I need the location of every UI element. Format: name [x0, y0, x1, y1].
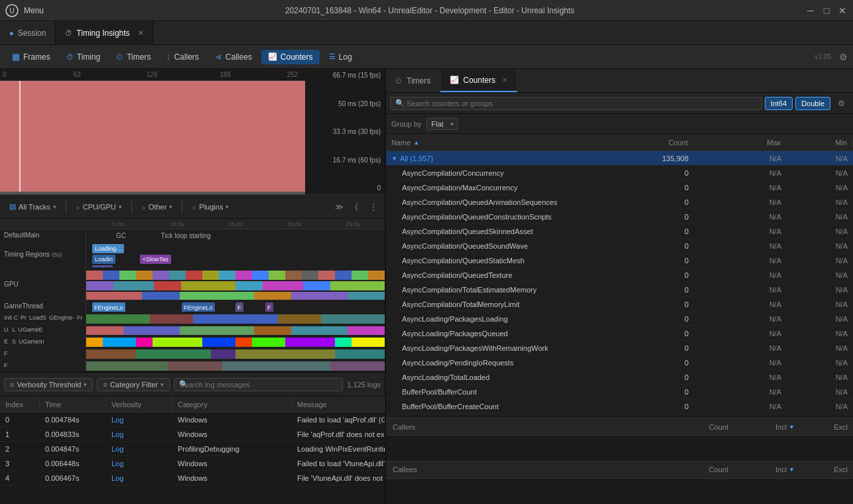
counter-row[interactable]: AsyncCompilation/QueuedConstructionScrip… [386, 210, 853, 224]
counters-search-input[interactable] [390, 97, 762, 110]
counter-max: N/A [694, 373, 787, 381]
counter-row[interactable]: AsyncCompilation/QueuedAnimationSequence… [386, 195, 853, 210]
category-filter-button[interactable]: ≡ Category Filter ▾ [97, 378, 170, 391]
subthread2-label: U L UGameE [0, 324, 86, 336]
counters-button[interactable]: 📈 Counters [261, 50, 320, 64]
log-button[interactable]: ☰ Log [322, 50, 359, 64]
counters-table: Name ▲ Count Max Min ▼ All (1,957) 135,9… [386, 134, 853, 418]
int64-button[interactable]: Int64 [765, 97, 793, 110]
timers-tab-icon: ⏲ [395, 77, 403, 85]
counters-settings-button[interactable]: ⚙ [833, 95, 849, 111]
timing-regions-content: Loading... Loadin <SlowTas <Slow [86, 241, 385, 267]
log-search-input[interactable] [174, 378, 343, 391]
counters-all-row[interactable]: ▼ All (1,957) 135,908 N/A N/A [386, 151, 853, 166]
log-cell-verbosity: Log [106, 445, 172, 453]
session-tab[interactable]: ● Session [0, 21, 56, 44]
category-icon: ≡ [103, 381, 107, 389]
log-row[interactable]: 2 0.004847s Log ProfilingDebugging Loadi… [0, 442, 385, 456]
frames-button[interactable]: ▦ Frames [5, 49, 57, 64]
counter-count: 0 [598, 388, 694, 396]
callers-excl-header[interactable]: Excl [800, 423, 853, 431]
counter-row[interactable]: AsyncCompilation/MaxConcurrency 0 N/A N/… [386, 180, 853, 195]
main-content: 0 63 126 189 252 66.7 ms (15 fps) 50 ms [0, 69, 853, 504]
plugins-button[interactable]: ⬦ Plugins ▾ [186, 201, 234, 213]
category-chevron: ▾ [161, 381, 164, 388]
log-rows[interactable]: 0 0.004784s Log Windows Failed to load '… [0, 412, 385, 504]
log-cell-index: 3 [0, 460, 40, 468]
log-row[interactable]: 0 0.004784s Log Windows Failed to load '… [0, 412, 385, 427]
log-header: Index Time Verbosity Category Message [0, 397, 385, 412]
all-row-min: N/A [787, 155, 853, 162]
ct-max-header[interactable]: Max [694, 139, 787, 147]
ct-min-header[interactable]: Min [787, 139, 853, 147]
ct-count-header[interactable]: Count [598, 139, 694, 147]
maximize-button[interactable]: □ [821, 5, 832, 16]
close-button[interactable]: ✕ [837, 5, 848, 16]
timers-tab[interactable]: ⏲ Timers [386, 69, 440, 92]
log-icon: ☰ [329, 52, 336, 61]
callees-excl-header[interactable]: Excl [800, 466, 853, 473]
counter-max: N/A [694, 257, 787, 265]
timing-button[interactable]: ⏱ Timing [60, 50, 107, 64]
minimize-button[interactable]: ─ [805, 5, 816, 16]
more-tracks-button[interactable]: ≫ [332, 200, 346, 214]
callees-incl-header[interactable]: Incl ▼ [734, 466, 800, 473]
counter-row[interactable]: AsyncCompilation/QueuedSoundWave 0 N/A N… [386, 239, 853, 253]
gpu-label: GPU [0, 268, 86, 299]
counter-row[interactable]: AsyncLoading/PackagesLoading 0 N/A N/A [386, 312, 853, 326]
counter-min: N/A [787, 227, 853, 235]
counter-min: N/A [787, 330, 853, 338]
cpu-gpu-button[interactable]: ⬦ CPU/GPU ▾ [70, 201, 127, 213]
groupby-select[interactable]: Flat [426, 118, 458, 130]
counter-max: N/A [694, 388, 787, 396]
counter-row[interactable]: AsyncCompilation/QueuedStaticMesh 0 N/A … [386, 253, 853, 268]
tab-close-icon[interactable]: ✕ [138, 29, 143, 36]
counters-tab[interactable]: 📈 Counters ✕ [440, 69, 517, 92]
counters-toolbar: 🔍 Int64 Double ⚙ [386, 93, 853, 114]
collapse-tracks-button[interactable]: ⟨ [349, 200, 363, 214]
counter-name: AsyncCompilation/QueuedStaticMesh [386, 257, 598, 265]
counter-count: 0 [598, 169, 694, 177]
counter-row[interactable]: AsyncCompilation/Concurrency 0 N/A N/A [386, 166, 853, 180]
double-button[interactable]: Double [795, 97, 830, 110]
timers-button[interactable]: ⏲ Timers [109, 50, 157, 64]
counter-min: N/A [787, 388, 853, 396]
verbosity-filter-button[interactable]: ≡ Verbosity Threshold ▾ [4, 378, 93, 391]
tick-loop-label: Tick loop starting [161, 232, 211, 239]
counter-min: N/A [787, 373, 853, 381]
all-tracks-button[interactable]: ▤ All Tracks ▾ [4, 200, 62, 213]
counter-row[interactable]: AsyncCompilation/QueuedSkinnedAsset 0 N/… [386, 224, 853, 239]
log-row[interactable]: 4 0.006467s Log Windows File 'VtuneApi.d… [0, 471, 385, 485]
settings-icon[interactable]: ⚙ [839, 52, 848, 62]
counter-row[interactable]: AsyncLoading/TotalLoaded 0 N/A N/A [386, 370, 853, 385]
tracks-menu-button[interactable]: ⋮ [366, 200, 381, 214]
other-button[interactable]: ⬦ Other ▾ [136, 201, 178, 213]
callers-label: Callers [386, 423, 667, 431]
counter-row[interactable]: BufferPool/BufferCount 0 N/A N/A [386, 385, 853, 399]
counter-row[interactable]: AsyncLoading/PackagesQueued 0 N/A N/A [386, 326, 853, 341]
counter-row[interactable]: AsyncLoading/PendingIoRequests 0 N/A N/A [386, 355, 853, 370]
timing-insights-tab[interactable]: ⏱ Timing Insights ✕ [56, 21, 153, 44]
counter-row[interactable]: AsyncCompilation/TotalEstimatedMemory 0 … [386, 283, 853, 297]
counter-count: 0 [598, 213, 694, 221]
counter-row[interactable]: AsyncLoading/PackagesWithRemainingWork 0… [386, 341, 853, 355]
counters-tab-icon: 📈 [450, 76, 459, 84]
callees-button[interactable]: ⫷ Callees [208, 50, 259, 64]
counter-row[interactable]: AsyncCompilation/QueuedTexture 0 N/A N/A [386, 268, 853, 283]
menu-button[interactable]: Menu [24, 6, 44, 15]
ct-name-header[interactable]: Name ▲ [386, 139, 598, 147]
timeline-area[interactable]: 0 63 126 189 252 66.7 ms (15 fps) 50 ms [0, 69, 385, 195]
counters-tab-close[interactable]: ✕ [502, 76, 507, 84]
counter-row[interactable]: BufferPool/BufferCreateCount 0 N/A N/A [386, 399, 853, 414]
counters-rows[interactable]: ▼ All (1,957) 135,908 N/A N/A AsyncCompi… [386, 151, 853, 418]
log-row[interactable]: 1 0.004833s Log Windows File 'aqProf.dll… [0, 427, 385, 442]
counter-count: 0 [598, 184, 694, 192]
counter-row[interactable]: AsyncCompilation/TotalMemoryLimit 0 N/A … [386, 297, 853, 312]
callers-button[interactable]: ⫶ Callers [160, 50, 205, 64]
log-row[interactable]: 3 0.006448s Log Windows Failed to load '… [0, 456, 385, 471]
gamethread-label: GameThread [0, 300, 86, 312]
fps-labels: 66.7 ms (15 fps) 50 ms (20 fps) 33.3 ms … [305, 69, 385, 194]
counter-max: N/A [694, 242, 787, 250]
callers-incl-header[interactable]: Incl ▼ [734, 423, 800, 431]
all-tracks-icon: ▤ [9, 202, 16, 211]
